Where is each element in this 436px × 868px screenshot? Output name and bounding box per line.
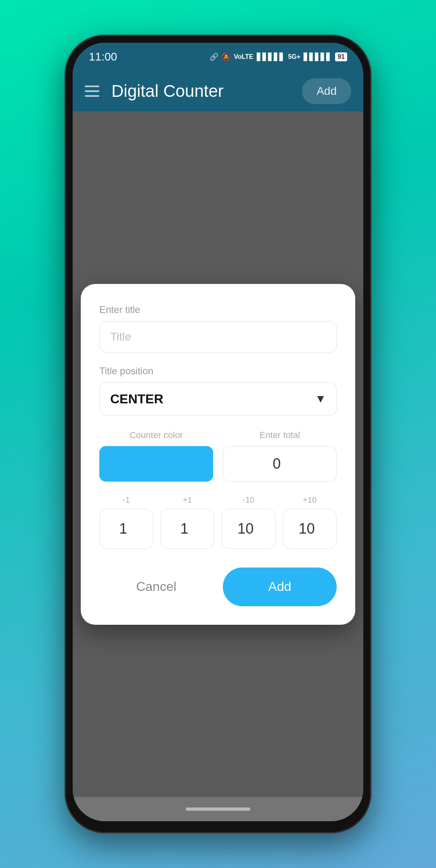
- add-counter-dialog: Enter title Title position LEFT CENTER R…: [81, 284, 355, 625]
- title-label: Enter title: [99, 304, 337, 315]
- home-indicator: [186, 807, 250, 811]
- add-button[interactable]: Add: [223, 568, 337, 606]
- bottom-bar: [73, 797, 363, 821]
- dialog-overlay: Enter title Title position LEFT CENTER R…: [73, 111, 363, 797]
- app-title: Digital Counter: [111, 81, 302, 101]
- signal-icon: ▋▋▋▋▋: [257, 52, 285, 61]
- position-select-wrapper: LEFT CENTER RIGHT ▼: [99, 382, 337, 415]
- action-row: Cancel Add: [99, 568, 337, 606]
- total-label: Enter total: [223, 430, 337, 440]
- increment-one-group: +1: [161, 495, 215, 549]
- position-select[interactable]: LEFT CENTER RIGHT: [99, 382, 337, 415]
- title-input[interactable]: [99, 321, 337, 353]
- total-group: Enter total: [223, 430, 337, 483]
- phone-device: 11:00 🔗 🔕 VoLTE ▋▋▋▋▋ 5G+ ▋▋▋▋▋ 91 Digit…: [65, 35, 371, 833]
- menu-line-1: [85, 86, 99, 87]
- status-bar: 11:00 🔗 🔕 VoLTE ▋▋▋▋▋ 5G+ ▋▋▋▋▋ 91: [73, 43, 363, 71]
- decrement-one-group: -1: [99, 495, 153, 549]
- color-group: Counter color: [99, 430, 213, 483]
- menu-line-3: [85, 95, 99, 97]
- menu-line-2: [85, 90, 99, 92]
- cancel-button[interactable]: Cancel: [99, 568, 213, 606]
- decrement-ten-group: -10: [222, 495, 276, 549]
- signal2-icon: ▋▋▋▋▋: [304, 52, 332, 61]
- color-label: Counter color: [99, 430, 213, 440]
- increment-section: -1 +1 -10 +10: [99, 495, 337, 549]
- increment-ten-label: +10: [303, 495, 317, 505]
- menu-icon[interactable]: [85, 86, 99, 97]
- app-bar: Digital Counter Add: [73, 71, 363, 111]
- header-add-button[interactable]: Add: [302, 78, 351, 104]
- increment-one-input[interactable]: [161, 509, 215, 549]
- link-icon: 🔗: [210, 52, 218, 61]
- increment-ten-input[interactable]: [283, 509, 337, 549]
- increment-ten-group: +10: [283, 495, 337, 549]
- phone-screen: 11:00 🔗 🔕 VoLTE ▋▋▋▋▋ 5G+ ▋▋▋▋▋ 91 Digit…: [73, 43, 363, 821]
- color-total-row: Counter color Enter total: [99, 430, 337, 483]
- color-picker-button[interactable]: [99, 446, 213, 482]
- total-input[interactable]: [223, 446, 337, 482]
- increment-one-label: +1: [183, 495, 192, 505]
- status-time: 11:00: [89, 50, 117, 63]
- decrement-ten-input[interactable]: [222, 509, 276, 549]
- fiveg-icon: 5G+: [288, 53, 301, 61]
- decrement-one-label: -1: [123, 495, 130, 505]
- main-content: Enter title Title position LEFT CENTER R…: [73, 111, 363, 797]
- status-icons: 🔗 🔕 VoLTE ▋▋▋▋▋ 5G+ ▋▋▋▋▋ 91: [210, 52, 347, 61]
- position-label: Title position: [99, 365, 337, 377]
- mute-icon: 🔕: [222, 52, 231, 61]
- volte-icon: VoLTE: [234, 53, 253, 61]
- decrement-ten-label: -10: [243, 495, 254, 505]
- decrement-one-input[interactable]: [99, 509, 153, 549]
- battery-icon: 91: [335, 52, 347, 61]
